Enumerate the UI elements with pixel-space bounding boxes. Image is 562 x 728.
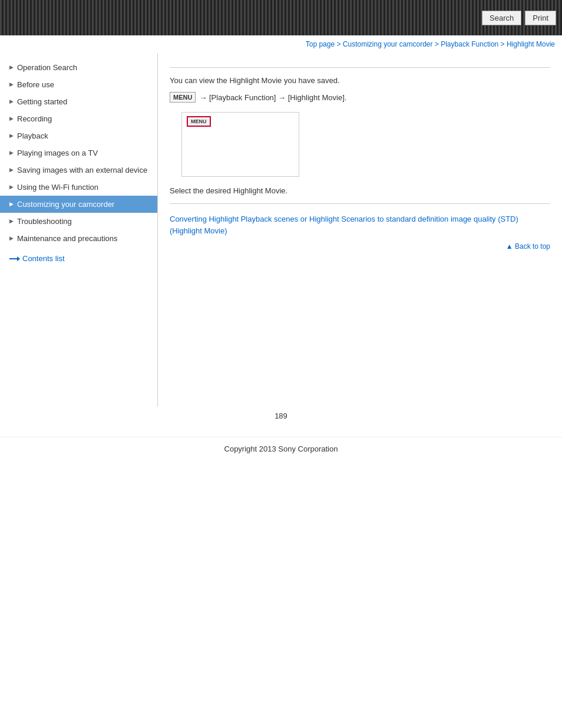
arrow-right-icon: [9, 256, 20, 262]
sidebar-item-recording[interactable]: ▶ Recording: [0, 110, 157, 127]
layout: ▶ Operation Search ▶ Before use ▶ Gettin…: [0, 53, 562, 407]
top-divider: [170, 67, 550, 68]
contents-list-label: Contents list: [22, 254, 65, 263]
breadcrumb-sep3: >: [501, 40, 507, 48]
chevron-icon: ▶: [9, 218, 14, 224]
sidebar-item-troubleshooting[interactable]: ▶ Troubleshooting: [0, 213, 157, 230]
bottom-divider: [170, 203, 550, 204]
print-button[interactable]: Print: [525, 11, 556, 25]
chevron-icon: ▶: [9, 133, 14, 139]
screenshot-box: MENU: [181, 112, 299, 177]
link-section: Converting Highlight Playback scenes or …: [170, 213, 550, 236]
sidebar-item-wifi[interactable]: ▶ Using the Wi-Fi function: [0, 179, 157, 196]
chevron-icon: ▶: [9, 81, 14, 87]
sidebar-label: Playback: [17, 131, 153, 140]
breadcrumb-sep2: >: [435, 40, 441, 48]
chevron-icon: ▶: [9, 167, 14, 173]
menu-instruction: MENU → [Playback Function] → [Highlight …: [170, 92, 550, 103]
breadcrumb-current: Highlight Movie: [507, 40, 555, 48]
sidebar-item-customizing[interactable]: ▶ Customizing your camcorder: [0, 196, 157, 213]
chevron-icon: ▶: [9, 64, 14, 70]
chevron-icon: ▶: [9, 201, 14, 207]
sidebar: ▶ Operation Search ▶ Before use ▶ Gettin…: [0, 53, 158, 407]
sidebar-item-playback[interactable]: ▶ Playback: [0, 127, 157, 144]
chevron-icon: ▶: [9, 98, 14, 104]
sidebar-item-operation-search[interactable]: ▶ Operation Search: [0, 59, 157, 76]
mini-menu-label: MENU: [187, 116, 211, 127]
sidebar-item-maintenance[interactable]: ▶ Maintenance and precautions: [0, 230, 157, 247]
sidebar-item-saving-images[interactable]: ▶ Saving images with an external device: [0, 162, 157, 179]
arrow-symbol: → [Playback Function] → [Highlight Movie…: [199, 93, 346, 102]
sidebar-label: Customizing your camcorder: [17, 200, 153, 209]
sidebar-item-before-use[interactable]: ▶ Before use: [0, 76, 157, 93]
sidebar-label: Saving images with an external device: [17, 166, 153, 174]
menu-badge: MENU: [170, 92, 196, 103]
sidebar-label: Using the Wi-Fi function: [17, 183, 153, 192]
header: Search Print: [0, 0, 562, 35]
breadcrumb-top[interactable]: Top page: [306, 40, 335, 48]
sidebar-label: Maintenance and precautions: [17, 234, 153, 243]
breadcrumb-customizing[interactable]: Customizing your camcorder: [343, 40, 433, 48]
intro-text: You can view the Highlight Movie you hav…: [170, 76, 550, 85]
sidebar-item-getting-started[interactable]: ▶ Getting started: [0, 93, 157, 110]
back-to-top: Back to top: [170, 242, 550, 251]
sidebar-label: Playing images on a TV: [17, 149, 153, 157]
footer: Copyright 2013 Sony Corporation: [0, 437, 562, 460]
chevron-icon: ▶: [9, 235, 14, 241]
chevron-icon: ▶: [9, 184, 14, 190]
converting-link[interactable]: Converting Highlight Playback scenes or …: [170, 215, 518, 235]
breadcrumb-playback[interactable]: Playback Function: [441, 40, 498, 48]
sidebar-item-playing-images[interactable]: ▶ Playing images on a TV: [0, 144, 157, 162]
search-button[interactable]: Search: [482, 11, 521, 25]
sidebar-label: Troubleshooting: [17, 217, 153, 226]
breadcrumb-sep1: >: [336, 40, 342, 48]
chevron-icon: ▶: [9, 116, 14, 121]
breadcrumb: Top page > Customizing your camcorder > …: [0, 35, 562, 53]
sidebar-label: Recording: [17, 114, 153, 123]
sidebar-label: Getting started: [17, 97, 153, 106]
select-text: Select the desired Highlight Movie.: [170, 186, 550, 195]
chevron-icon: ▶: [9, 150, 14, 156]
sidebar-label: Operation Search: [17, 63, 153, 72]
main-content: You can view the Highlight Movie you hav…: [158, 53, 562, 407]
sidebar-label: Before use: [17, 80, 153, 89]
contents-list-link[interactable]: Contents list: [0, 249, 157, 268]
back-to-top-link[interactable]: Back to top: [506, 242, 550, 251]
page-number: 189: [0, 407, 562, 425]
copyright-text: Copyright 2013 Sony Corporation: [224, 444, 338, 453]
